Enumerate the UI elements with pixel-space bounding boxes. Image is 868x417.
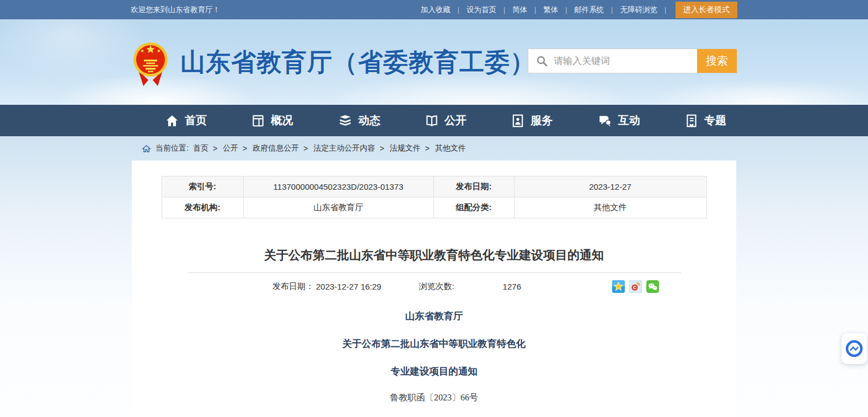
separator: | (458, 6, 459, 14)
breadcrumb-prefix: 当前位置: (156, 143, 189, 153)
meta-value-publisher: 山东省教育厅 (243, 197, 433, 218)
home-icon[interactable] (142, 144, 151, 153)
nav-item-interact[interactable]: 互动 (597, 113, 640, 128)
search-bar: 搜索 (528, 49, 737, 73)
breadcrumb-item-statutory[interactable]: 法定主动公开内容 (313, 143, 375, 153)
wechat-icon[interactable] (646, 280, 659, 293)
link-simplified[interactable]: 简体 (512, 5, 527, 15)
link-add-favorite[interactable]: 加入收藏 (421, 5, 451, 15)
meta-label-category: 组配分类: (433, 197, 514, 218)
table-row: 发布机构: 山东省教育厅 组配分类: 其他文件 (162, 197, 706, 218)
meta-value-publish-date: 2023-12-27 (514, 177, 706, 197)
breadcrumb-separator: > (379, 144, 384, 153)
breadcrumb-item-other-docs[interactable]: 其他文件 (435, 143, 466, 153)
separator: | (503, 6, 505, 14)
welcome-text: 欢迎您来到山东省教育厅！ (131, 5, 220, 15)
floating-extension-widget[interactable] (842, 333, 867, 364)
interact-icon (597, 114, 613, 128)
overview-icon (251, 114, 265, 128)
nav-label: 动态 (358, 113, 381, 128)
nav-label: 专题 (704, 113, 726, 128)
body-line: 山东省教育厅 (132, 309, 736, 323)
separator: | (665, 6, 666, 14)
breadcrumb-item-gov-info[interactable]: 政府信息公开 (253, 143, 299, 153)
separator: | (534, 6, 536, 14)
breadcrumb-separator: > (303, 144, 308, 153)
article-title: 关于公布第二批山东省中等职业教育特色化专业建设项目的通知 (132, 247, 736, 264)
nav-label: 首页 (185, 113, 207, 128)
body-line: 专业建设项目的通知 (132, 365, 736, 378)
site-title: 山东省教育厅（省委教育工委） (180, 46, 535, 79)
nav-label: 公开 (444, 113, 467, 128)
nav-item-service[interactable]: 服务 (511, 113, 553, 128)
nav-item-news[interactable]: 动态 (337, 113, 381, 128)
link-traditional[interactable]: 繁体 (543, 5, 558, 15)
site-header: 山东省教育厅（省委教育工委） 搜索 (0, 19, 868, 105)
document-number: 鲁教职函〔2023〕66号 (132, 392, 736, 404)
article-meta-row: 发布日期： 2023-12-27 16:29 浏览次数: 1276 (132, 280, 736, 293)
separator: | (565, 6, 567, 14)
open-book-icon (425, 114, 439, 128)
meta-label-index-no: 索引号: (162, 177, 243, 197)
nav-item-overview[interactable]: 概况 (251, 113, 293, 128)
extension-icon (845, 340, 863, 357)
document-meta-table: 索引号: 11370000004502323D/2023-01373 发布日期:… (162, 176, 707, 218)
link-accessibility[interactable]: 无障碍浏览 (620, 5, 657, 15)
link-set-homepage[interactable]: 设为首页 (467, 5, 496, 15)
breadcrumb-separator: > (213, 144, 217, 153)
article-body: 山东省教育厅 关于公布第二批山东省中等职业教育特色化 专业建设项目的通知 鲁教职… (132, 309, 736, 404)
breadcrumb-item-home[interactable]: 首页 (193, 143, 208, 153)
views-label: 浏览次数: (419, 281, 454, 292)
main-navigation: 首页 概况 动态 公开 (0, 105, 868, 136)
divider (187, 272, 681, 273)
weibo-icon[interactable] (629, 280, 642, 293)
topic-icon (684, 114, 699, 128)
breadcrumb: 当前位置: 首页> 公开> 政府信息公开> 法定主动公开内容> 法规文件> 其他… (131, 136, 737, 161)
publish-date-value: 2023-12-27 16:29 (316, 282, 381, 291)
body-line: 关于公布第二批山东省中等职业教育特色化 (132, 337, 736, 350)
breadcrumb-item-regulations[interactable]: 法规文件 (390, 143, 421, 153)
nav-item-home[interactable]: 首页 (165, 113, 207, 128)
search-input[interactable] (548, 49, 697, 73)
meta-label-publish-date: 发布日期: (433, 177, 514, 197)
home-icon (165, 114, 179, 128)
meta-value-index-no: 11370000004502323D/2023-01373 (243, 177, 433, 197)
publish-date-label: 发布日期： (272, 281, 314, 292)
nav-label: 互动 (618, 113, 640, 128)
views-value: 1276 (503, 282, 521, 291)
top-utility-bar: 欢迎您来到山东省教育厅！ 加入收藏 | 设为首页 | 简体 | 繁体 | 邮件系… (0, 0, 868, 19)
qzone-icon[interactable] (612, 280, 625, 293)
link-mail-system[interactable]: 邮件系统 (574, 5, 604, 15)
breadcrumb-item-open[interactable]: 公开 (223, 143, 238, 153)
news-icon (337, 114, 353, 128)
nav-label: 概况 (271, 113, 293, 128)
nav-item-open[interactable]: 公开 (425, 113, 467, 128)
search-icon (536, 55, 548, 67)
table-row: 索引号: 11370000004502323D/2023-01373 发布日期:… (162, 177, 706, 197)
topbar-links: 加入收藏 | 设为首页 | 简体 | 繁体 | 邮件系统 | 无障碍浏览 | 进… (421, 2, 737, 18)
content-card: 索引号: 11370000004502323D/2023-01373 发布日期:… (132, 161, 736, 417)
breadcrumb-separator: > (243, 144, 247, 153)
national-emblem-logo (131, 38, 170, 88)
elder-mode-button[interactable]: 进入长者模式 (676, 2, 737, 18)
share-buttons (612, 280, 659, 293)
meta-label-publisher: 发布机构: (162, 197, 243, 218)
meta-value-category: 其他文件 (514, 197, 706, 218)
nav-item-topic[interactable]: 专题 (684, 113, 726, 128)
breadcrumb-separator: > (425, 144, 430, 153)
nav-label: 服务 (531, 113, 553, 128)
separator: | (611, 6, 613, 14)
search-button[interactable]: 搜索 (697, 49, 737, 73)
page-background: 当前位置: 首页> 公开> 政府信息公开> 法定主动公开内容> 法规文件> 其他… (0, 136, 868, 417)
service-icon (511, 114, 525, 128)
